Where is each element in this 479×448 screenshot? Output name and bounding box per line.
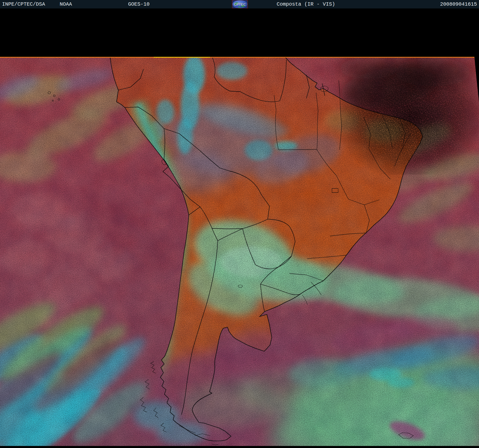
cptec-logo-icon: CPTEC bbox=[232, 0, 248, 8]
satellite-label: GOES-10 bbox=[128, 0, 150, 8]
header-bar: INPE/CPTEC/DSA NOAA GOES-10 CPTEC Compos… bbox=[0, 0, 479, 8]
product-label: Composta (IR - VIS) bbox=[277, 0, 335, 8]
noise-layer bbox=[0, 57, 479, 446]
logo-text: CPTEC bbox=[234, 2, 246, 6]
timestamp-label: 200809041615 bbox=[440, 0, 477, 8]
satellite-map bbox=[0, 57, 479, 446]
network-label: NOAA bbox=[60, 0, 72, 8]
no-data-band bbox=[0, 8, 479, 57]
agency-label: INPE/CPTEC/DSA bbox=[2, 0, 45, 8]
satellite-product-screen: INPE/CPTEC/DSA NOAA GOES-10 CPTEC Compos… bbox=[0, 0, 479, 448]
